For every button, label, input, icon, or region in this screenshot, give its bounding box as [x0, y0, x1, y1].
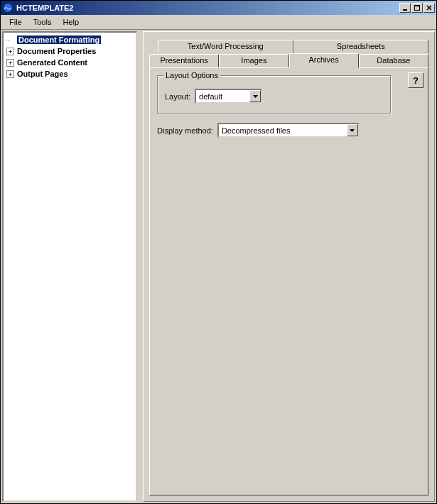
display-method-combobox[interactable]: Decompressed files: [217, 123, 360, 138]
tree-item-output-pages[interactable]: + Output Pages: [5, 68, 134, 80]
expand-icon[interactable]: +: [6, 59, 14, 67]
main-window: HCTEMPLATE2 File Tools Help Document For…: [0, 0, 437, 504]
tab-images[interactable]: Images: [219, 54, 288, 67]
close-button[interactable]: [423, 3, 435, 13]
titlebar-controls: [399, 3, 435, 13]
tree-label: Generated Content: [17, 58, 87, 67]
tab-row-bottom: Presentations Images Archives Database: [149, 53, 428, 67]
chevron-down-icon: [253, 95, 258, 98]
tree-item-generated-content[interactable]: + Generated Content: [5, 57, 134, 68]
help-button[interactable]: ?: [408, 72, 423, 88]
menubar: File Tools Help: [1, 15, 436, 29]
tab-database[interactable]: Database: [359, 54, 428, 67]
menu-tools[interactable]: Tools: [28, 16, 58, 28]
titlebar[interactable]: HCTEMPLATE2: [1, 1, 436, 15]
expand-icon[interactable]: +: [6, 48, 14, 55]
layout-combobox-value: default: [196, 92, 249, 101]
tab-text-word-processing[interactable]: Text/Word Processing: [158, 40, 293, 53]
display-method-value: Decompressed files: [219, 126, 347, 135]
tab-archives[interactable]: Archives: [289, 53, 359, 68]
window-title: HCTEMPLATE2: [16, 4, 399, 12]
layout-label: Layout:: [165, 92, 190, 101]
layout-row: Layout: default: [165, 89, 384, 104]
maximize-button[interactable]: [411, 3, 423, 13]
chevron-down-icon: [350, 129, 355, 132]
menu-file[interactable]: File: [4, 16, 28, 28]
layout-combobox[interactable]: default: [195, 89, 262, 104]
sidebar-tree[interactable]: Document Formatting + Document Propertie…: [2, 31, 137, 502]
tab-row-top: Text/Word Processing Spreadsheets: [158, 39, 428, 53]
main-panel: Text/Word Processing Spreadsheets Presen…: [143, 31, 435, 502]
tree-leaf-icon: [6, 36, 14, 44]
menu-help[interactable]: Help: [57, 16, 85, 28]
tab-spreadsheets[interactable]: Spreadsheets: [293, 40, 429, 53]
tree-label: Document Properties: [17, 47, 96, 55]
expand-icon[interactable]: +: [6, 70, 14, 78]
tree-item-document-formatting[interactable]: Document Formatting: [5, 34, 134, 45]
dropdown-button[interactable]: [347, 124, 358, 136]
tab-presentations[interactable]: Presentations: [149, 54, 219, 67]
tree-item-document-properties[interactable]: + Document Properties: [5, 45, 134, 57]
svg-rect-3: [414, 5, 420, 6]
tree-label: Document Formatting: [17, 35, 101, 44]
app-icon: [2, 2, 14, 13]
dropdown-button[interactable]: [249, 90, 261, 102]
display-method-row: Display method: Decompressed files: [157, 123, 421, 138]
content-area: Document Formatting + Document Propertie…: [1, 29, 436, 503]
tab-page-archives: ? Layout Options Layout: default: [149, 67, 428, 495]
display-method-label: Display method:: [157, 126, 213, 135]
svg-rect-1: [403, 9, 407, 11]
tree-label: Output Pages: [17, 70, 68, 78]
layout-options-group: Layout Options Layout: default: [157, 75, 392, 114]
tab-container: Text/Word Processing Spreadsheets Presen…: [149, 39, 428, 67]
layout-options-legend: Layout Options: [163, 71, 220, 80]
minimize-button[interactable]: [399, 3, 411, 13]
